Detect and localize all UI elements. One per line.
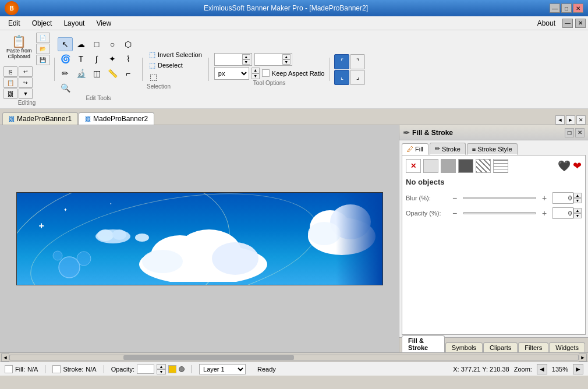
save-button[interactable]: 💾 [36,55,50,65]
text-tool-button[interactable]: T [73,52,88,66]
stroke-style-label: Stroke Style [477,146,512,153]
selection-extra-button[interactable]: ⬚ [147,70,160,83]
fill-heart-button[interactable]: ❤ [573,160,582,172]
scroll-left-button[interactable]: ◄ [1,353,9,362]
ruler-tool-button[interactable]: 📏 [105,66,120,80]
align-bottom-left-button[interactable]: ⌞ [334,70,349,85]
menu-view[interactable]: View [90,18,117,29]
blur-down-button[interactable]: ▼ [573,198,582,203]
unit-up-button[interactable]: ▲ [252,68,260,73]
bottom-tab-cliparts[interactable]: Cliparts [483,342,518,352]
scrollbar-thumb[interactable] [123,355,294,360]
blur-up-button[interactable]: ▲ [573,193,582,198]
blur-input[interactable] [552,192,573,204]
pattern-swatch[interactable] [476,159,491,173]
minimize-button[interactable]: — [550,3,560,13]
spiral-tool-button[interactable]: 🌀 [58,52,73,66]
stroke-heart-button[interactable]: 🖤 [558,160,571,172]
panel-minimize-button[interactable]: — [562,19,573,28]
extra-button[interactable]: ▼ [19,89,33,99]
ellipse-tool-button[interactable]: ○ [105,37,120,51]
star-tool-button[interactable]: ✦ [105,52,120,66]
crop-tool-button[interactable]: ⌐ [121,66,136,80]
scroll-right-button[interactable]: ► [579,353,587,362]
editing-label: Editing [18,100,36,106]
blur-minus-button[interactable]: − [450,193,459,203]
no-fill-swatch[interactable]: ✕ [406,159,421,173]
layer-dropdown[interactable]: Layer 1 [199,364,246,374]
mesh-swatch[interactable] [493,159,508,173]
redo-button[interactable]: ↪ [19,77,33,88]
panel-close-button[interactable]: ✕ [575,19,586,28]
maximize-button[interactable]: □ [561,3,572,13]
tab-close-button[interactable]: ✕ [576,115,586,125]
open-button[interactable]: 📂 [36,44,50,54]
deselect-button[interactable]: ⬚ Deselect [147,60,185,70]
title-bar-controls: — □ ✕ [550,3,583,13]
align-bottom-right-button[interactable]: ⌟ [350,70,365,85]
width-down-button[interactable]: ▼ [242,59,250,65]
panel-close-button[interactable]: ✕ [575,128,585,137]
paste-from-clipboard-button[interactable]: 📋 Paste fromClipboard [3,33,35,65]
unit-down-button[interactable]: ▼ [252,73,260,79]
new-button[interactable]: 📄 [36,33,50,43]
undo-button[interactable]: ↩ [19,66,33,77]
opacity-status-up-button[interactable]: ▲ [157,364,166,369]
delete-button[interactable]: 🖼 [3,89,17,99]
unit-dropdown[interactable]: px % cm [214,67,249,80]
bottom-tab-fill-stroke[interactable]: Fill & Stroke [402,335,445,352]
pencil-tool-button[interactable]: ✏ [58,66,73,80]
opacity-track[interactable] [463,212,536,214]
tab-banner1[interactable]: 🖼 MadeProBanner1 [2,112,78,125]
width-up-button[interactable]: ▲ [242,54,250,59]
panel-float-button[interactable]: ◻ [565,128,574,137]
opacity-status-down-button[interactable]: ▼ [157,369,166,374]
opacity-status-input[interactable] [137,365,154,374]
lasso-tool-button[interactable]: ☁ [73,37,88,51]
zoom-tool-button[interactable]: 🔍 [58,81,73,95]
stroke-tab[interactable]: ✏ Stroke [430,143,466,155]
rect-tool-button[interactable]: □ [89,37,104,51]
menu-object[interactable]: Object [26,18,58,29]
copy-button[interactable]: ⎘ [3,66,17,77]
align-top-left-button[interactable]: ⌜ [334,54,349,69]
tab-prev-button[interactable]: ◄ [555,115,565,125]
opacity-minus-button[interactable]: − [450,208,459,218]
height-down-button[interactable]: ▼ [282,59,291,65]
zoom-out-button[interactable]: ◄ [537,364,547,374]
bottom-tab-symbols[interactable]: Symbols [445,342,483,352]
polygon-tool-button[interactable]: ⬡ [121,37,136,51]
tab-banner2[interactable]: 🖼 MadeProBanner2 [79,112,154,125]
eraser-tool-button[interactable]: ◫ [89,66,104,80]
keep-aspect-ratio-checkbox[interactable] [262,69,270,77]
select-tool-button[interactable]: ↖ [58,37,73,51]
linear-gradient-swatch[interactable] [441,159,456,173]
canvas-area[interactable]: + ✦ ● [0,125,399,352]
bezier-tool-button[interactable]: ∫ [89,52,104,66]
eyedrop-tool-button[interactable]: 🔬 [73,66,88,80]
menu-layout[interactable]: Layout [58,18,90,29]
blur-track[interactable] [463,197,536,199]
opacity-input[interactable] [552,207,573,219]
zoom-in-button[interactable]: ► [573,364,583,374]
opacity-up-button[interactable]: ▲ [573,208,582,213]
node-tool-button[interactable]: ⌇ [121,52,136,66]
height-up-button[interactable]: ▲ [282,54,291,59]
bottom-tab-filters[interactable]: Filters [518,342,548,352]
align-top-right-button[interactable]: ⌝ [350,54,365,69]
fill-tab[interactable]: 🖊 Fill [402,143,428,155]
flat-color-swatch[interactable] [423,159,438,173]
bottom-tab-widgets[interactable]: Widgets [549,342,585,352]
blur-plus-button[interactable]: + [540,193,549,203]
paste-button[interactable]: 📋 [3,77,17,88]
stroke-style-tab[interactable]: ≡ Stroke Style [467,143,518,155]
horizontal-scrollbar[interactable] [9,355,579,360]
menu-edit[interactable]: Edit [2,18,26,29]
radial-gradient-swatch[interactable] [458,159,473,173]
close-button[interactable]: ✕ [573,3,583,13]
opacity-plus-button[interactable]: + [540,208,549,218]
tab-next-button[interactable]: ► [566,115,575,125]
about-button[interactable]: About [533,18,560,29]
opacity-down-button[interactable]: ▼ [573,213,582,218]
invert-selection-button[interactable]: ⬚ Invert Selection [147,49,204,60]
